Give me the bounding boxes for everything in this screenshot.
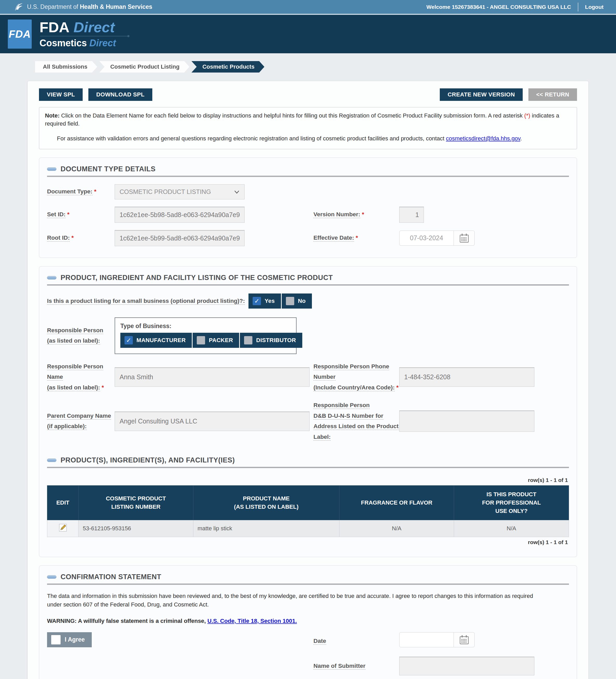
contact-email-link[interactable]: cosmeticsdirect@fda.hhs.gov	[446, 135, 520, 142]
document-type-label[interactable]: Document Type: *	[47, 186, 115, 197]
parent-company-label[interactable]: Parent Company Name (if applicable):	[47, 411, 115, 432]
root-id-label[interactable]: Root ID: *	[47, 233, 115, 243]
assistance-body: For assistance with validation errors an…	[57, 135, 446, 142]
date-label[interactable]: Date	[314, 636, 399, 647]
manufacturer-checkbox[interactable]: ✓ MANUFACTURER	[120, 333, 192, 348]
logout-link[interactable]: Logout	[585, 4, 604, 10]
unchecked-checkbox-icon	[197, 336, 205, 345]
edit-row-button[interactable]	[59, 523, 67, 534]
dept-prefix: U.S. Department of	[27, 3, 78, 10]
required-asterisk: *	[67, 211, 70, 218]
required-asterisk: *	[94, 188, 96, 195]
effective-date-calendar-button[interactable]	[454, 231, 475, 246]
calendar-icon	[459, 634, 470, 645]
date-calendar-button[interactable]	[454, 632, 475, 647]
required-asterisk: *	[102, 384, 104, 391]
manufacturer-label: MANUFACTURER	[136, 337, 186, 344]
brand-text: FDA Direct Cosmetics Direct	[39, 20, 128, 48]
breadcrumb-cosmetic-products[interactable]: Cosmetic Products	[192, 61, 265, 72]
required-asterisk: *	[356, 234, 358, 241]
distributor-label: DISTRIBUTOR	[256, 337, 296, 344]
warning-body: WARNING: A willfully false statement is …	[47, 618, 207, 624]
cell-listing-number: 53-612105-953156	[78, 520, 193, 537]
cell-fragrance: N/A	[339, 520, 454, 537]
name-of-submitter-input[interactable]	[399, 657, 534, 675]
return-button[interactable]: << RETURN	[528, 88, 577, 101]
collapse-icon[interactable]	[47, 167, 56, 171]
small-business-question-label[interactable]: Is this a product listing for a small bu…	[47, 297, 245, 305]
col-header-fragrance: FRAGRANCE OR FLAVOR	[339, 486, 454, 520]
unchecked-checkbox-icon	[244, 336, 252, 345]
section-product-listing: PRODUCT, INGREDIENT AND FACILITY LISTING…	[39, 266, 577, 557]
packer-label: PACKER	[209, 337, 233, 344]
parent-company-input[interactable]	[115, 412, 310, 431]
required-asterisk: *	[71, 234, 74, 241]
packer-checkbox[interactable]: PACKER	[193, 333, 239, 348]
cell-product-name: matte lip stick	[193, 520, 339, 537]
required-asterisk: *	[362, 211, 364, 218]
required-asterisk-example: (*)	[524, 112, 530, 119]
section-confirmation-statement: CONFIRMATION STATEMENT The data and info…	[39, 565, 577, 679]
create-new-version-button[interactable]: CREATE NEW VERSION	[440, 88, 523, 101]
distributor-checkbox[interactable]: DISTRIBUTOR	[240, 333, 302, 348]
chevron-down-icon	[234, 188, 240, 195]
brand-subtitle-accent: Direct	[89, 38, 116, 48]
version-number-input[interactable]	[399, 207, 424, 223]
name-of-submitter-label[interactable]: Name of Submitter	[314, 661, 399, 672]
brand-divider	[40, 36, 128, 36]
i-agree-checkbox[interactable]: I Agree	[47, 632, 92, 647]
welcome-text: Welcome 15267383641 - ANGEL CONSULTING U…	[426, 4, 571, 10]
warning-text: WARNING: A willfully false statement is …	[47, 618, 569, 624]
view-spl-button[interactable]: VIEW SPL	[39, 88, 83, 101]
unchecked-checkbox-icon	[51, 635, 61, 644]
type-of-business-label: Type of Business:	[120, 323, 291, 330]
responsible-person-label[interactable]: Responsible Person (as listed on label):	[47, 325, 115, 346]
responsible-person-name-label[interactable]: Responsible Person Name (as listed on la…	[47, 361, 115, 393]
business-type-options: ✓ MANUFACTURER PACKER DISTRIBUTOR	[120, 333, 291, 348]
duns-number-label[interactable]: Responsible Person D&B D-U-N-S Number fo…	[314, 400, 399, 442]
confirmation-statement-text: The data and information in this submiss…	[47, 592, 538, 609]
dept-bold: Health & Human Services	[80, 3, 152, 10]
small-business-no-checkbox[interactable]: No	[282, 293, 312, 309]
breadcrumb-cosmetic-product-listing[interactable]: Cosmetic Product Listing	[99, 61, 189, 72]
checked-checkbox-icon: ✓	[253, 297, 261, 305]
set-id-input[interactable]	[115, 207, 245, 223]
us-code-link[interactable]: U.S. Code, Title 18, Section 1001.	[207, 618, 297, 624]
responsible-person-name-input[interactable]	[115, 367, 310, 387]
assistance-period: .	[520, 135, 522, 142]
responsible-person-phone-input[interactable]	[399, 367, 534, 387]
duns-number-input[interactable]	[399, 411, 534, 432]
breadcrumb-all-submissions[interactable]: All Submissions	[35, 61, 97, 72]
document-type-select[interactable]: COSMETIC PRODUCT LISTING	[115, 184, 245, 199]
yes-label: Yes	[265, 298, 275, 304]
section-title: PRODUCT, INGREDIENT AND FACILITY LISTING…	[61, 274, 333, 282]
cell-professional-use: N/A	[454, 520, 569, 537]
collapse-icon[interactable]	[47, 458, 56, 462]
row-count-top: row(s) 1 - 1 of 1	[47, 477, 568, 483]
responsible-person-phone-label[interactable]: Responsible Person Phone Number (Include…	[314, 361, 399, 393]
main-content-card: VIEW SPL DOWNLOAD SPL CREATE NEW VERSION…	[27, 81, 589, 679]
effective-date-label[interactable]: Effective Date: *	[314, 233, 399, 243]
checked-checkbox-icon: ✓	[125, 336, 133, 345]
note-text: Note: Click on the Data Element Name for…	[45, 111, 571, 128]
collapse-icon[interactable]	[47, 276, 56, 280]
calendar-icon	[459, 233, 470, 244]
unchecked-checkbox-icon	[286, 297, 294, 305]
download-spl-button[interactable]: DOWNLOAD SPL	[88, 88, 152, 101]
small-business-yes-checkbox[interactable]: ✓ Yes	[249, 293, 281, 309]
small-business-toggle: ✓ Yes No	[249, 293, 312, 309]
version-number-label[interactable]: Version Number: *	[314, 209, 399, 220]
effective-date-input[interactable]	[399, 231, 454, 246]
topbar-divider	[578, 3, 578, 11]
pencil-icon	[59, 523, 67, 532]
section-document-type-details: DOCUMENT TYPE DETAILS Document Type: * C…	[39, 158, 577, 258]
col-header-professional-use: IS THIS PRODUCT FOR PROFESSIONAL USE ONL…	[454, 486, 569, 520]
col-header-product-name: PRODUCT NAME (AS LISTED ON LABEL)	[193, 486, 339, 520]
fda-logo: FDA	[8, 20, 32, 48]
set-id-label[interactable]: Set ID: *	[47, 209, 115, 220]
collapse-icon[interactable]	[47, 575, 56, 579]
table-row: 53-612105-953156 matte lip stick N/A N/A	[47, 520, 569, 537]
date-input[interactable]	[399, 632, 454, 647]
hhs-eagle-icon	[13, 1, 23, 13]
root-id-input[interactable]	[115, 230, 245, 246]
